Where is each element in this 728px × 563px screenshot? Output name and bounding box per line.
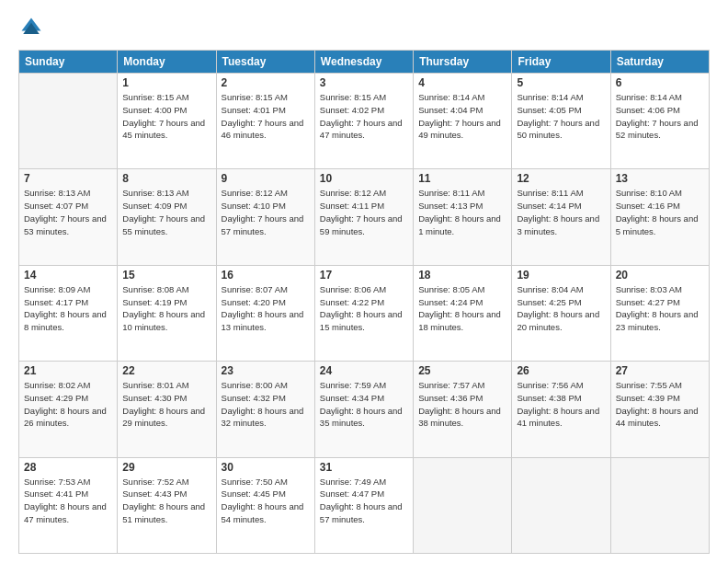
calendar-cell: 13Sunrise: 8:10 AMSunset: 4:16 PMDayligh… bbox=[610, 169, 709, 265]
day-number: 27 bbox=[616, 364, 704, 377]
day-number: 4 bbox=[418, 76, 506, 89]
day-number: 9 bbox=[222, 172, 310, 185]
day-info: Sunrise: 8:12 AMSunset: 4:11 PMDaylight:… bbox=[320, 187, 408, 237]
day-info: Sunrise: 8:04 AMSunset: 4:25 PMDaylight:… bbox=[517, 283, 605, 334]
calendar-cell: 7Sunrise: 8:13 AMSunset: 4:07 PMDaylight… bbox=[19, 169, 118, 265]
page: SundayMondayTuesdayWednesdayThursdayFrid… bbox=[0, 0, 728, 563]
calendar-cell: 9Sunrise: 8:12 AMSunset: 4:10 PMDaylight… bbox=[216, 169, 314, 265]
calendar-cell: 22Sunrise: 8:01 AMSunset: 4:30 PMDayligh… bbox=[118, 362, 216, 457]
calendar-cell: 28Sunrise: 7:53 AMSunset: 4:41 PMDayligh… bbox=[19, 457, 118, 553]
calendar-cell: 29Sunrise: 7:52 AMSunset: 4:43 PMDayligh… bbox=[118, 457, 216, 553]
day-number: 8 bbox=[122, 172, 210, 185]
day-number: 23 bbox=[222, 364, 310, 377]
day-number: 31 bbox=[320, 461, 408, 474]
day-number: 18 bbox=[418, 269, 506, 282]
calendar-cell: 20Sunrise: 8:03 AMSunset: 4:27 PMDayligh… bbox=[610, 265, 709, 361]
calendar-cell: 18Sunrise: 8:05 AMSunset: 4:24 PMDayligh… bbox=[414, 265, 512, 361]
day-info: Sunrise: 7:59 AMSunset: 4:34 PMDaylight:… bbox=[320, 379, 408, 430]
calendar-cell: 5Sunrise: 8:14 AMSunset: 4:05 PMDaylight… bbox=[512, 74, 610, 169]
day-number: 29 bbox=[122, 461, 210, 474]
day-number: 25 bbox=[418, 364, 506, 377]
week-row-0: 1Sunrise: 8:15 AMSunset: 4:00 PMDaylight… bbox=[19, 74, 710, 169]
week-row-4: 28Sunrise: 7:53 AMSunset: 4:41 PMDayligh… bbox=[19, 457, 710, 553]
weekday-header-wednesday: Wednesday bbox=[314, 51, 413, 74]
calendar-cell: 15Sunrise: 8:08 AMSunset: 4:19 PMDayligh… bbox=[118, 265, 216, 361]
day-number: 13 bbox=[616, 172, 704, 185]
weekday-header-friday: Friday bbox=[512, 51, 610, 74]
calendar-cell: 27Sunrise: 7:55 AMSunset: 4:39 PMDayligh… bbox=[610, 362, 709, 457]
calendar-cell bbox=[512, 457, 610, 553]
calendar-cell: 3Sunrise: 8:15 AMSunset: 4:02 PMDaylight… bbox=[314, 74, 413, 169]
calendar-cell: 26Sunrise: 7:56 AMSunset: 4:38 PMDayligh… bbox=[512, 362, 610, 457]
day-info: Sunrise: 8:15 AMSunset: 4:01 PMDaylight:… bbox=[222, 91, 310, 142]
day-info: Sunrise: 7:50 AMSunset: 4:45 PMDaylight:… bbox=[222, 476, 310, 526]
calendar-cell bbox=[414, 457, 512, 553]
day-info: Sunrise: 8:05 AMSunset: 4:24 PMDaylight:… bbox=[418, 283, 506, 334]
day-number: 30 bbox=[222, 461, 310, 474]
week-row-2: 14Sunrise: 8:09 AMSunset: 4:17 PMDayligh… bbox=[19, 265, 710, 361]
weekday-header-monday: Monday bbox=[118, 51, 216, 74]
day-info: Sunrise: 7:49 AMSunset: 4:47 PMDaylight:… bbox=[320, 476, 408, 526]
day-number: 15 bbox=[122, 269, 210, 282]
logo bbox=[18, 15, 48, 40]
day-info: Sunrise: 7:55 AMSunset: 4:39 PMDaylight:… bbox=[616, 379, 704, 430]
calendar-cell: 17Sunrise: 8:06 AMSunset: 4:22 PMDayligh… bbox=[314, 265, 413, 361]
calendar-cell: 1Sunrise: 8:15 AMSunset: 4:00 PMDaylight… bbox=[118, 74, 216, 169]
day-number: 11 bbox=[418, 172, 506, 185]
calendar-cell: 4Sunrise: 8:14 AMSunset: 4:04 PMDaylight… bbox=[414, 74, 512, 169]
day-number: 1 bbox=[122, 76, 210, 89]
day-info: Sunrise: 8:07 AMSunset: 4:20 PMDaylight:… bbox=[222, 283, 310, 334]
day-number: 26 bbox=[517, 364, 605, 377]
day-number: 21 bbox=[24, 364, 112, 377]
day-info: Sunrise: 8:14 AMSunset: 4:05 PMDaylight:… bbox=[517, 91, 605, 142]
day-info: Sunrise: 8:13 AMSunset: 4:07 PMDaylight:… bbox=[24, 187, 112, 237]
day-number: 19 bbox=[517, 269, 605, 282]
calendar-cell: 8Sunrise: 8:13 AMSunset: 4:09 PMDaylight… bbox=[118, 169, 216, 265]
day-info: Sunrise: 7:56 AMSunset: 4:38 PMDaylight:… bbox=[517, 379, 605, 430]
day-number: 20 bbox=[616, 269, 704, 282]
day-info: Sunrise: 8:01 AMSunset: 4:30 PMDaylight:… bbox=[122, 379, 210, 430]
day-info: Sunrise: 7:57 AMSunset: 4:36 PMDaylight:… bbox=[418, 379, 506, 430]
calendar-cell: 11Sunrise: 8:11 AMSunset: 4:13 PMDayligh… bbox=[414, 169, 512, 265]
calendar-table: SundayMondayTuesdayWednesdayThursdayFrid… bbox=[18, 50, 710, 554]
day-info: Sunrise: 8:02 AMSunset: 4:29 PMDaylight:… bbox=[24, 379, 112, 430]
weekday-header-tuesday: Tuesday bbox=[216, 51, 314, 74]
day-info: Sunrise: 8:15 AMSunset: 4:00 PMDaylight:… bbox=[122, 91, 210, 142]
day-info: Sunrise: 8:14 AMSunset: 4:06 PMDaylight:… bbox=[616, 91, 704, 142]
header bbox=[18, 15, 710, 40]
calendar-cell: 21Sunrise: 8:02 AMSunset: 4:29 PMDayligh… bbox=[19, 362, 118, 457]
day-info: Sunrise: 8:06 AMSunset: 4:22 PMDaylight:… bbox=[320, 283, 408, 334]
calendar-cell: 12Sunrise: 8:11 AMSunset: 4:14 PMDayligh… bbox=[512, 169, 610, 265]
logo-icon bbox=[18, 15, 44, 40]
day-info: Sunrise: 8:14 AMSunset: 4:04 PMDaylight:… bbox=[418, 91, 506, 142]
calendar-cell: 24Sunrise: 7:59 AMSunset: 4:34 PMDayligh… bbox=[314, 362, 413, 457]
calendar-cell: 25Sunrise: 7:57 AMSunset: 4:36 PMDayligh… bbox=[414, 362, 512, 457]
weekday-header-sunday: Sunday bbox=[19, 51, 118, 74]
day-info: Sunrise: 7:53 AMSunset: 4:41 PMDaylight:… bbox=[24, 476, 112, 526]
calendar-cell: 31Sunrise: 7:49 AMSunset: 4:47 PMDayligh… bbox=[314, 457, 413, 553]
day-info: Sunrise: 8:00 AMSunset: 4:32 PMDaylight:… bbox=[222, 379, 310, 430]
day-info: Sunrise: 8:08 AMSunset: 4:19 PMDaylight:… bbox=[122, 283, 210, 334]
day-number: 6 bbox=[616, 76, 704, 89]
day-number: 12 bbox=[517, 172, 605, 185]
calendar-cell: 6Sunrise: 8:14 AMSunset: 4:06 PMDaylight… bbox=[610, 74, 709, 169]
calendar-cell: 16Sunrise: 8:07 AMSunset: 4:20 PMDayligh… bbox=[216, 265, 314, 361]
day-number: 22 bbox=[122, 364, 210, 377]
day-info: Sunrise: 7:52 AMSunset: 4:43 PMDaylight:… bbox=[122, 476, 210, 526]
week-row-1: 7Sunrise: 8:13 AMSunset: 4:07 PMDaylight… bbox=[19, 169, 710, 265]
day-number: 5 bbox=[517, 76, 605, 89]
weekday-header-saturday: Saturday bbox=[610, 51, 709, 74]
day-number: 16 bbox=[222, 269, 310, 282]
day-info: Sunrise: 8:13 AMSunset: 4:09 PMDaylight:… bbox=[122, 187, 210, 237]
day-info: Sunrise: 8:15 AMSunset: 4:02 PMDaylight:… bbox=[320, 91, 408, 142]
day-number: 28 bbox=[24, 461, 112, 474]
day-info: Sunrise: 8:03 AMSunset: 4:27 PMDaylight:… bbox=[616, 283, 704, 334]
day-info: Sunrise: 8:11 AMSunset: 4:13 PMDaylight:… bbox=[418, 187, 506, 237]
calendar-cell: 19Sunrise: 8:04 AMSunset: 4:25 PMDayligh… bbox=[512, 265, 610, 361]
day-number: 24 bbox=[320, 364, 408, 377]
weekday-header-row: SundayMondayTuesdayWednesdayThursdayFrid… bbox=[19, 51, 710, 74]
day-number: 14 bbox=[24, 269, 112, 282]
calendar-cell: 10Sunrise: 8:12 AMSunset: 4:11 PMDayligh… bbox=[314, 169, 413, 265]
day-number: 3 bbox=[320, 76, 408, 89]
day-number: 7 bbox=[24, 172, 112, 185]
